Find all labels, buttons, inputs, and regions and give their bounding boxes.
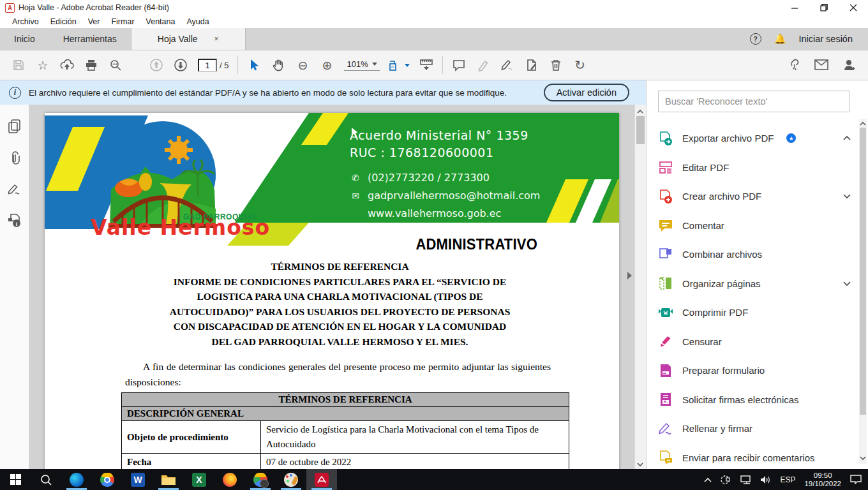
chevron-up-icon[interactable]	[842, 133, 851, 143]
attachments-paperclip-icon[interactable]	[8, 151, 22, 166]
taskbar-clock[interactable]: 09:50 19/10/2022	[804, 471, 841, 488]
chevron-down-icon[interactable]	[842, 279, 851, 288]
search-tools-input[interactable]	[658, 91, 849, 112]
menu-ver[interactable]: Ver	[82, 17, 106, 26]
tool-enviar-comentarios[interactable]: Enviar para recibir comentarios	[658, 443, 851, 473]
minimize-button[interactable]	[780, 0, 809, 15]
standards-info-icon[interactable]: i	[7, 213, 22, 228]
zoom-out-icon[interactable]: ⊖	[290, 54, 315, 77]
tool-comentar[interactable]: Comentar	[658, 211, 851, 241]
email-address: gadprvallehermoso@hotmail.com	[368, 189, 540, 202]
taskbar-paint-icon[interactable]	[276, 469, 306, 490]
restore-button[interactable]	[809, 0, 839, 15]
tool-comprimir-pdf[interactable]: Comprimir PDF	[658, 298, 851, 327]
taskbar-chrome-icon[interactable]	[92, 469, 123, 490]
taskbar-acrobat-icon[interactable]	[306, 469, 337, 490]
chevron-down-icon[interactable]	[842, 191, 851, 201]
select-tool-icon[interactable]	[242, 54, 266, 77]
menu-archivo[interactable]: Archivo	[6, 17, 45, 26]
scroll-up-icon[interactable]	[637, 107, 643, 114]
menu-edicion[interactable]: Edición	[45, 17, 82, 26]
tool-censurar[interactable]: Censurar	[658, 327, 851, 357]
document-title: TÉRMINOS DE REFERENCIA INFORME DE CONDIC…	[121, 259, 558, 349]
tab-inicio[interactable]: Inicio	[0, 28, 49, 50]
favorite-star-icon[interactable]: ☆	[31, 54, 55, 77]
taskbar-excel-icon[interactable]: X	[184, 469, 214, 490]
pdfa-notice-bar: i El archivo requiere el cumplimiento de…	[0, 80, 646, 105]
taskbar-search-icon[interactable]	[31, 469, 61, 490]
info-icon: i	[9, 87, 21, 99]
help-icon[interactable]: ?	[750, 33, 761, 45]
scroll-down-icon[interactable]	[637, 460, 643, 466]
enable-editing-button[interactable]: Activar edición	[544, 84, 629, 101]
previous-page-icon[interactable]	[144, 54, 168, 77]
zoom-level-dropdown[interactable]: 101%	[344, 59, 379, 71]
scrollbar-thumb[interactable]	[860, 128, 866, 415]
fit-width-dropdown-icon[interactable]	[385, 54, 414, 77]
search-icon[interactable]	[103, 54, 128, 77]
tool-solicitar-firmas[interactable]: Solicitar firmas electrónicas	[658, 385, 851, 415]
tray-chevron-up-icon[interactable]	[704, 477, 712, 482]
page-edit-icon[interactable]	[520, 54, 544, 77]
sidebar-scrollbar[interactable]	[859, 119, 867, 464]
language-indicator[interactable]: ESP	[780, 475, 795, 484]
tool-organizar-paginas[interactable]: Organizar páginas	[658, 269, 851, 299]
delete-trash-icon[interactable]	[544, 54, 568, 77]
start-button[interactable]	[0, 469, 31, 490]
send-mail-icon[interactable]	[809, 54, 834, 77]
hand-tool-icon[interactable]	[266, 54, 290, 77]
zoom-in-icon[interactable]: ⊕	[315, 54, 339, 77]
tab-document[interactable]: Hoja Valle ×	[131, 28, 246, 50]
tool-editar-pdf[interactable]: Editar PDF	[658, 153, 851, 182]
page-thumbnails-icon[interactable]	[8, 119, 22, 134]
print-icon[interactable]	[79, 54, 103, 77]
page-number-input[interactable]	[198, 59, 217, 71]
expand-panel-arrow-icon[interactable]	[627, 272, 632, 279]
volume-icon[interactable]	[760, 475, 771, 484]
measure-ruler-icon[interactable]	[414, 54, 438, 77]
save-icon[interactable]	[6, 54, 31, 77]
prepare-form-icon	[658, 363, 673, 378]
network-icon[interactable]	[740, 475, 751, 484]
refresh-icon[interactable]: ↻	[568, 54, 592, 77]
tool-crear-pdf[interactable]: Crear archivo PDF	[658, 182, 851, 211]
tray-app-icon[interactable]	[721, 475, 731, 484]
menu-firmar[interactable]: Firmar	[105, 17, 140, 26]
phone-number: (02)2773220 / 2773300	[368, 172, 490, 184]
document-viewer[interactable]: Valle Hermoso GAD PARROQUIAL Acuerdo Min…	[29, 105, 646, 469]
menu-ayuda[interactable]: Ayuda	[181, 17, 214, 26]
tool-exportar-pdf[interactable]: Exportar archivo PDF ★	[658, 124, 851, 153]
action-center-icon[interactable]	[850, 475, 862, 484]
share-cloud-icon[interactable]	[55, 54, 79, 77]
tab-close-icon[interactable]: ×	[214, 34, 219, 43]
premium-star-icon: ★	[786, 133, 796, 143]
tab-herramientas[interactable]: Herramientas	[49, 28, 131, 50]
share-link-icon[interactable]	[781, 54, 805, 77]
comment-icon[interactable]	[447, 54, 471, 77]
sign-in-button[interactable]: Iniciar sesión	[798, 34, 853, 44]
next-page-icon[interactable]	[168, 54, 193, 77]
notifications-bell-icon[interactable]: 🔔	[774, 33, 786, 45]
tab-document-label: Hoja Valle	[158, 34, 198, 44]
taskbar-explorer-icon[interactable]	[153, 469, 184, 490]
highlighter-icon[interactable]	[471, 54, 495, 77]
table-row: Objeto de procedimiento Servicio de Logí…	[122, 421, 569, 454]
taskbar-word-icon[interactable]: W	[123, 469, 153, 490]
signatures-pen-icon[interactable]	[7, 182, 22, 197]
menu-ventana[interactable]: Ventana	[140, 17, 181, 26]
tool-preparar-formulario[interactable]: Preparar formulario	[658, 356, 851, 385]
sign-pen-icon[interactable]	[495, 54, 520, 77]
title-bar: A Hoja Valle - Adobe Acrobat Reader (64-…	[0, 0, 868, 15]
tool-rellenar-firmar[interactable]: Rellenar y firmar	[658, 414, 851, 443]
row-value: 07 de octubre de 2022	[261, 454, 569, 470]
taskbar-edge-icon[interactable]	[61, 469, 92, 490]
document-scrollbar[interactable]	[634, 105, 646, 469]
taskbar-firefox-icon[interactable]	[214, 469, 245, 490]
scroll-down-icon[interactable]	[860, 454, 866, 463]
tool-combinar-archivos[interactable]: Combinar archivos	[658, 240, 851, 269]
close-button[interactable]	[839, 0, 868, 15]
taskbar-chrome-badge-icon[interactable]	[245, 469, 276, 490]
window-title: Hoja Valle - Adobe Acrobat Reader (64-bi…	[19, 3, 169, 12]
scrollbar-thumb[interactable]	[636, 116, 645, 144]
add-contact-icon[interactable]	[837, 54, 862, 77]
